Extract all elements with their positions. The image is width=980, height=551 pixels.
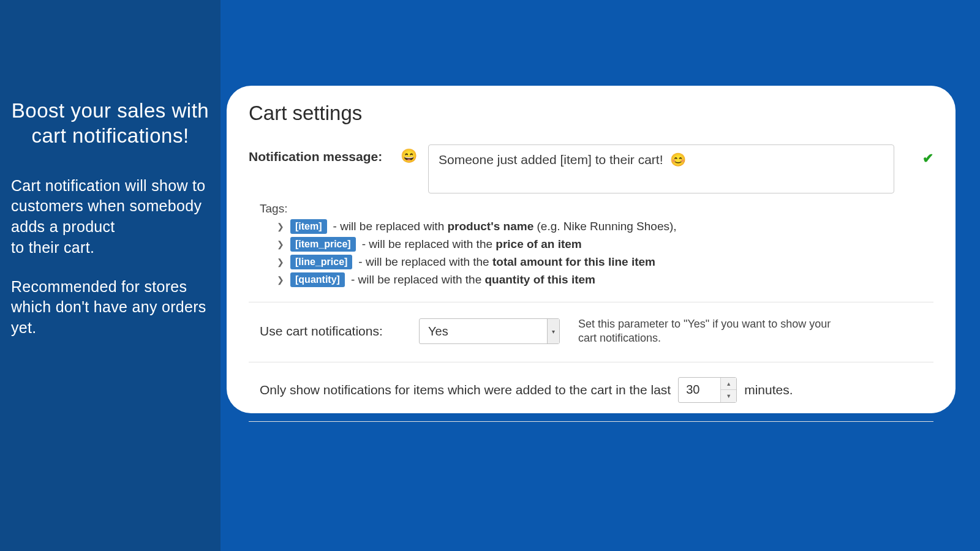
minutes-label-pre: Only show notifications for items which … (260, 383, 671, 397)
cart-settings-card: Cart settings Notification message: 😄 ✔ … (227, 86, 956, 413)
tags-block: Tags: ❯ [item] - will be replaced with p… (260, 202, 933, 287)
chevron-right-icon: ❯ (277, 239, 284, 249)
notification-message-row: Notification message: 😄 ✔ (249, 144, 933, 193)
tag-description: - will be replaced with product's name (… (333, 220, 677, 233)
card-title: Cart settings (249, 102, 933, 125)
promo-heading: Boost your sales with cart notifications… (11, 98, 209, 149)
chevron-right-icon: ❯ (277, 275, 284, 285)
promo-paragraph-2: Recommended for stores which don't have … (11, 277, 209, 339)
main-area: Cart settings Notification message: 😄 ✔ … (221, 0, 980, 551)
tag-description: - will be replaced with the quantity of … (351, 273, 595, 287)
use-cart-notifications-select[interactable]: Yes ▾ (419, 318, 560, 344)
minutes-value: 30 (679, 378, 720, 402)
chevron-right-icon: ❯ (277, 222, 284, 231)
spinner-up-icon[interactable]: ▲ (721, 378, 736, 391)
promo-paragraph-1: Cart notification will show to customers… (11, 176, 209, 258)
notification-message-label: Notification message: (249, 144, 390, 164)
chevron-down-icon[interactable]: ▾ (547, 319, 559, 343)
check-icon: ✔ (922, 151, 933, 167)
tag-line-item: ❯ [item] - will be replaced with product… (277, 219, 933, 234)
notification-message-input[interactable] (428, 144, 894, 193)
use-cart-notifications-row: Use cart notifications: Yes ▾ Set this p… (260, 317, 922, 346)
promo-sidebar: Boost your sales with cart notifications… (0, 0, 221, 551)
tags-title: Tags: (260, 202, 933, 216)
tag-pill[interactable]: [quantity] (290, 272, 345, 287)
minutes-row: Only show notifications for items which … (260, 377, 922, 403)
minutes-label-post: minutes. (744, 383, 793, 397)
use-cart-notifications-help: Set this parameter to "Yes" if you want … (578, 317, 835, 346)
tag-description: - will be replaced with the total amount… (358, 255, 655, 269)
emoji-picker-icon[interactable]: 😄 (401, 148, 417, 164)
tag-line-item-price: ❯ [item_price] - will be replaced with t… (277, 237, 933, 252)
tag-description: - will be replaced with the price of an … (362, 238, 582, 251)
select-value: Yes (420, 319, 547, 343)
tag-pill[interactable]: [item] (290, 219, 327, 234)
divider (249, 421, 933, 422)
tag-line-quantity: ❯ [quantity] - will be replaced with the… (277, 272, 933, 287)
use-cart-notifications-label: Use cart notifications: (260, 324, 401, 339)
tag-pill[interactable]: [line_price] (290, 255, 352, 269)
tag-line-line-price: ❯ [line_price] - will be replaced with t… (277, 255, 933, 269)
minutes-input[interactable]: 30 ▲ ▼ (678, 377, 737, 403)
spinner-down-icon[interactable]: ▼ (721, 390, 736, 402)
divider (249, 362, 933, 362)
number-spinner[interactable]: ▲ ▼ (720, 378, 736, 402)
divider (249, 302, 933, 302)
chevron-right-icon: ❯ (277, 257, 284, 267)
tag-pill[interactable]: [item_price] (290, 237, 356, 252)
